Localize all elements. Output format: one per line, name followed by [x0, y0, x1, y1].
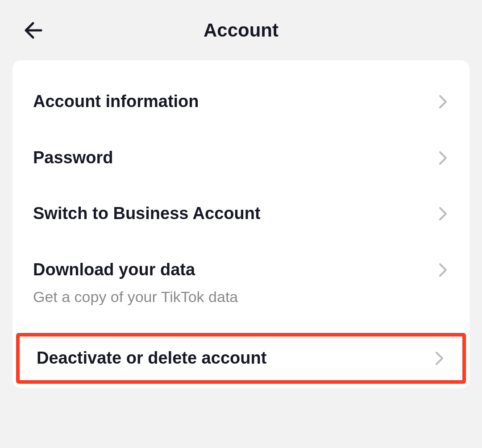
- list-item-deactivate-delete[interactable]: Deactivate or delete account: [20, 336, 462, 380]
- chevron-right-icon: [437, 150, 449, 166]
- list-item-text: Deactivate or delete account: [37, 348, 266, 369]
- chevron-right-icon: [437, 206, 449, 221]
- header: Account: [0, 0, 482, 60]
- list-item-text: Switch to Business Account: [33, 203, 261, 224]
- list-item-account-information[interactable]: Account information: [12, 74, 470, 130]
- item-label: Deactivate or delete account: [37, 348, 266, 369]
- item-label: Switch to Business Account: [33, 203, 261, 224]
- highlight-box: Deactivate or delete account: [16, 333, 466, 384]
- list-item-password[interactable]: Password: [12, 130, 470, 186]
- chevron-right-icon: [437, 94, 449, 109]
- page-title: Account: [22, 20, 460, 41]
- back-button[interactable]: [22, 20, 44, 41]
- settings-panel: Account information Password Switch to B…: [12, 60, 470, 388]
- list-item-switch-business[interactable]: Switch to Business Account: [12, 186, 470, 242]
- arrow-left-icon: [22, 20, 44, 41]
- list-item-text: Password: [33, 148, 113, 168]
- list-item-text: Account information: [33, 91, 199, 112]
- item-subtitle: Get a copy of your TikTok data: [33, 288, 238, 306]
- item-label: Download your data: [33, 260, 238, 280]
- chevron-right-icon: [434, 351, 445, 366]
- chevron-right-icon: [437, 262, 449, 278]
- item-label: Account information: [33, 91, 199, 112]
- list-item-text: Download your data Get a copy of your Ti…: [33, 260, 238, 306]
- list-item-download-data[interactable]: Download your data Get a copy of your Ti…: [12, 242, 470, 324]
- item-label: Password: [33, 148, 113, 168]
